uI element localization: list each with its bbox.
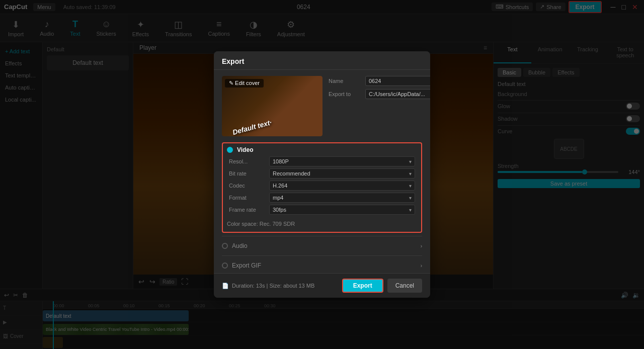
format-arrow-icon: ▾ (409, 195, 412, 201)
audio-section[interactable]: Audio › (222, 238, 422, 253)
video-radio[interactable] (227, 147, 233, 153)
resolution-select[interactable]: 1080P ▾ (269, 156, 415, 166)
gif-radio[interactable] (222, 263, 228, 269)
dialog-title: Export (214, 51, 430, 70)
export-to-field-row: Export to 📁 (329, 89, 430, 99)
bitrate-select[interactable]: Recommended ▾ (269, 168, 415, 179)
footer-file-icon: 📄 (222, 283, 229, 289)
framerate-select[interactable]: 30fps ▾ (269, 205, 415, 215)
codec-arrow-icon: ▾ (409, 183, 412, 189)
bitrate-label: Bit rate (229, 170, 269, 177)
codec-row: Codec H.264 ▾ (229, 181, 415, 191)
audio-expand-icon: › (421, 243, 422, 249)
footer-actions: Export Cancel (342, 279, 422, 293)
dialog-body: ✎ Edit cover Default text· Name Export t… (214, 70, 430, 142)
export-dialog-overlay: Export ✎ Edit cover Default text· Name E… (0, 0, 644, 349)
dialog-fields: Name Export to 📁 (329, 76, 430, 136)
codec-label: Codec (229, 183, 269, 189)
export-button[interactable]: Export (342, 279, 383, 293)
framerate-value: 30fps (273, 207, 409, 213)
format-value: mp4 (273, 195, 409, 201)
format-select[interactable]: mp4 ▾ (269, 193, 415, 203)
resolution-arrow-icon: ▾ (409, 159, 412, 164)
export-to-label: Export to (329, 91, 361, 97)
video-section-title: Video (237, 146, 253, 153)
gif-section-title: Export GIF (232, 262, 261, 269)
audio-section-title: Audio (232, 242, 248, 249)
gif-expand-icon: › (421, 263, 422, 269)
framerate-arrow-icon: ▾ (409, 207, 412, 213)
bitrate-row: Bit rate Recommended ▾ (229, 168, 415, 179)
gif-section[interactable]: Export GIF › (222, 258, 422, 273)
dialog-preview-text: Default text· (231, 118, 273, 136)
framerate-row: Frame rate 30fps ▾ (229, 205, 415, 215)
dialog-preview: ✎ Edit cover Default text· (222, 76, 323, 136)
resolution-value: 1080P (273, 158, 409, 164)
bitrate-value: Recommended (273, 170, 409, 177)
framerate-label: Frame rate (229, 207, 269, 213)
gif-divider (222, 255, 422, 256)
dialog-preview-image: ✎ Edit cover Default text· (222, 76, 323, 136)
format-label: Format (229, 195, 269, 201)
codec-select[interactable]: H.264 ▾ (269, 181, 415, 191)
codec-value: H.264 (273, 183, 409, 189)
export-to-field: 📁 (365, 89, 430, 99)
dialog-scroll-area: Video Resol... 1080P ▾ Bit rate Recommen… (214, 142, 430, 273)
video-settings: Resol... 1080P ▾ Bit rate Recommended ▾ (227, 156, 417, 219)
name-label: Name (329, 78, 361, 84)
color-space-info: Color space: Rec. 709 SDR (227, 219, 417, 229)
video-section-header: Video (227, 146, 417, 153)
name-field-row: Name (329, 76, 430, 86)
video-section-container: Video Resol... 1080P ▾ Bit rate Recommen… (222, 142, 422, 233)
export-to-input[interactable] (366, 90, 430, 99)
name-input[interactable] (365, 76, 430, 86)
cancel-button[interactable]: Cancel (387, 279, 422, 293)
footer-duration-text: Duration: 13s | Size: about 13 MB (232, 283, 314, 289)
bitrate-arrow-icon: ▾ (409, 171, 412, 177)
resolution-label: Resol... (229, 158, 269, 164)
dialog-footer: 📄 Duration: 13s | Size: about 13 MB Expo… (214, 273, 430, 298)
export-dialog: Export ✎ Edit cover Default text· Name E… (214, 51, 430, 298)
audio-divider (222, 236, 422, 236)
format-row: Format mp4 ▾ (229, 193, 415, 203)
resolution-row: Resol... 1080P ▾ (229, 156, 415, 166)
edit-cover-button[interactable]: ✎ Edit cover (225, 79, 264, 88)
footer-info: 📄 Duration: 13s | Size: about 13 MB (222, 283, 314, 289)
audio-radio[interactable] (222, 243, 228, 249)
